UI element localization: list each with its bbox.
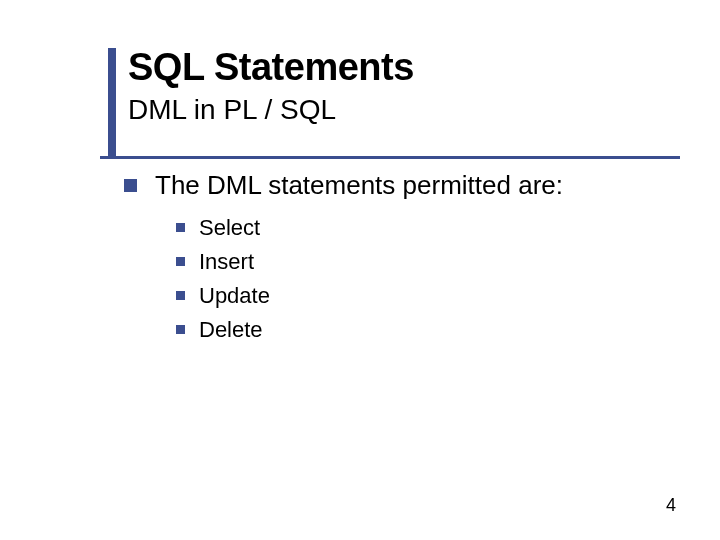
sublist: Select Insert Update Delete <box>176 215 720 343</box>
sublist-item-label: Update <box>199 283 270 309</box>
title-underline <box>100 156 680 159</box>
page-subtitle: DML in PL / SQL <box>128 94 720 126</box>
title-block: SQL Statements DML in PL / SQL <box>100 48 720 126</box>
sublist-item-label: Delete <box>199 317 263 343</box>
list-item: Delete <box>176 317 720 343</box>
body-heading: The DML statements permitted are: <box>155 170 563 201</box>
square-bullet-icon <box>176 325 185 334</box>
list-item: Update <box>176 283 720 309</box>
body: The DML statements permitted are: Select… <box>124 170 720 343</box>
square-bullet-icon <box>124 179 137 192</box>
title-accent-bar <box>108 48 116 156</box>
list-item: The DML statements permitted are: <box>124 170 720 201</box>
sublist-item-label: Insert <box>199 249 254 275</box>
square-bullet-icon <box>176 223 185 232</box>
square-bullet-icon <box>176 291 185 300</box>
page-title: SQL Statements <box>128 48 720 88</box>
square-bullet-icon <box>176 257 185 266</box>
list-item: Select <box>176 215 720 241</box>
list-item: Insert <box>176 249 720 275</box>
slide: SQL Statements DML in PL / SQL The DML s… <box>0 0 720 540</box>
page-number: 4 <box>666 495 676 516</box>
sublist-item-label: Select <box>199 215 260 241</box>
